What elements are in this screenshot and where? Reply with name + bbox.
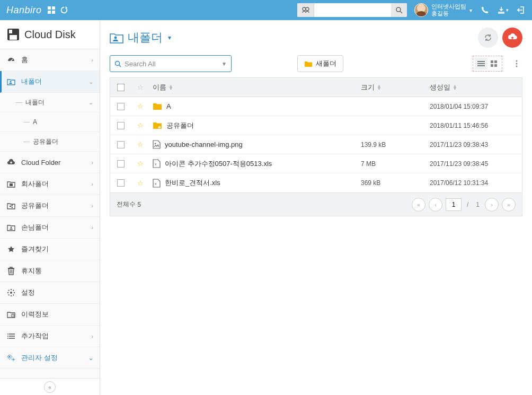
sidebar-sub-share[interactable]: —공유폴더 [0, 132, 100, 152]
star-button[interactable]: ☆ [137, 121, 144, 129]
new-folder-label: 새폴더 [316, 59, 336, 68]
search-input[interactable] [314, 3, 391, 17]
download-icon[interactable]: ▾ [498, 6, 509, 14]
table-row[interactable]: ☆youtube-channel-img.png139.9 kB2017/11/… [110, 135, 522, 154]
table-row[interactable]: ☆공유폴더2018/01/11 15:46:56 [110, 116, 522, 135]
row-checkbox[interactable] [117, 141, 125, 148]
page-last-button[interactable]: » [502, 198, 516, 212]
global-search [297, 3, 407, 17]
apps-grid-icon[interactable] [47, 6, 56, 14]
search-scope-button[interactable] [297, 3, 314, 17]
pager: « ‹ / 1 › » [412, 198, 516, 212]
search-go-button[interactable] [391, 3, 407, 17]
sidebar-item-share[interactable]: 공유폴더 › [0, 195, 100, 217]
sidebar-item-myfolder[interactable]: 내폴더 ⌄ [0, 71, 100, 93]
star-button[interactable]: ☆ [137, 141, 144, 148]
toolbar: Search All ▼ 새폴더 [110, 55, 522, 72]
user-name: 홍길동 [431, 10, 466, 17]
more-menu-button[interactable] [511, 58, 522, 69]
history-icon [6, 311, 16, 318]
page-title[interactable]: 내폴더 ▾ [110, 30, 171, 46]
table-row[interactable]: ☆x한비로_견적서.xls369 kB2017/06/12 10:31:34 [110, 173, 522, 192]
svg-point-28 [7, 336, 8, 337]
svg-rect-0 [48, 6, 51, 10]
file-name: 한비로_견적서.xls [165, 178, 220, 188]
star-button[interactable]: ☆ [137, 160, 144, 168]
star-button[interactable]: ☆ [137, 102, 144, 110]
topbar-app-icons [47, 6, 68, 14]
file-type-icon: x [153, 179, 161, 188]
new-folder-button[interactable]: 새폴더 [297, 55, 343, 72]
sidebar-collapse[interactable]: « [0, 378, 100, 395]
total-label: 전체수 [117, 200, 136, 209]
search-all-dropdown[interactable]: Search All ▼ [110, 55, 232, 72]
chevron-right-icon: › [91, 181, 93, 187]
star-button[interactable]: ☆ [137, 179, 144, 187]
gauge-icon [6, 56, 16, 64]
phone-icon[interactable] [481, 6, 489, 14]
svg-rect-9 [9, 30, 12, 33]
list-view-button[interactable] [475, 58, 487, 69]
row-checkbox[interactable] [117, 103, 125, 110]
sidebar-item-settings[interactable]: 설정 [0, 282, 100, 304]
column-created[interactable]: 생성일▲▼ [427, 83, 522, 92]
column-name[interactable]: 이름▲▼ [149, 83, 358, 92]
sidebar: Cloud Disk 홈 › 내폴더 ⌄ —내폴더 ⌄ —A —공유폴더 [0, 20, 100, 395]
svg-point-6 [396, 7, 401, 12]
sidebar-item-cloudfolder[interactable]: Cloud Folder › [0, 152, 100, 173]
page-input[interactable] [446, 198, 462, 211]
sync-icon[interactable] [60, 6, 68, 14]
topbar: Hanbiro 인터넷사업팀 홍길동 ▾ ▾ [0, 0, 532, 20]
table-row[interactable]: ☆A2018/01/04 15:09:37 [110, 97, 522, 116]
svg-text:x: x [155, 162, 157, 166]
svg-rect-38 [491, 60, 493, 63]
search-all-label: Search All [125, 60, 221, 68]
page-next-button[interactable]: › [485, 198, 499, 212]
view-toggle [473, 56, 502, 72]
row-checkbox[interactable] [117, 160, 125, 168]
row-checkbox[interactable] [117, 179, 125, 187]
table-row[interactable]: ☆x아이콘 추가수정0507-적용0513.xls7 MB2017/11/23 … [110, 154, 522, 173]
file-size: 369 kB [358, 179, 427, 187]
svg-point-45 [158, 126, 161, 129]
sidebar-item-label: 즐겨찾기 [21, 244, 93, 254]
file-type-icon [153, 121, 162, 129]
share-folder-icon [6, 202, 16, 209]
column-size-label: 크기 [361, 83, 375, 92]
sidebar-item-history[interactable]: 이력정보 [0, 304, 100, 326]
total-count: 5 [137, 201, 141, 208]
logout-icon[interactable] [517, 6, 526, 14]
user-team: 인터넷사업팀 [431, 3, 466, 10]
file-created: 2017/11/23 09:38:43 [427, 141, 522, 148]
sidebar-item-label: 손님폴더 [21, 223, 86, 232]
sidebar-sub-myfolder[interactable]: —내폴더 ⌄ [0, 93, 100, 112]
user-info: 인터넷사업팀 홍길동 [431, 3, 466, 17]
upload-button[interactable] [502, 28, 522, 48]
svg-point-30 [8, 356, 10, 357]
select-all-checkbox[interactable] [117, 84, 125, 91]
page-first-button[interactable]: « [412, 198, 425, 212]
page-prev-button[interactable]: ‹ [429, 198, 442, 212]
sidebar-item-label: 관리자 설정 [21, 353, 83, 363]
table-header: ☆ 이름▲▼ 크기▲▼ 생성일▲▼ [110, 78, 522, 97]
sidebar-item-trash[interactable]: 휴지통 [0, 260, 100, 282]
sidebar-item-extra[interactable]: 추가작업 › [0, 326, 100, 347]
sidebar-item-favorites[interactable]: 즐겨찾기 [0, 239, 100, 260]
svg-point-5 [306, 7, 309, 11]
chevron-down-icon: ▾ [469, 7, 472, 13]
grid-view-button[interactable] [487, 58, 500, 69]
svg-rect-39 [494, 60, 497, 63]
column-size[interactable]: 크기▲▼ [358, 83, 427, 92]
svg-text:x: x [155, 182, 157, 186]
user-menu[interactable]: 인터넷사업팀 홍길동 ▾ [414, 3, 472, 17]
page-sep: / [467, 201, 468, 208]
svg-rect-14 [10, 183, 13, 186]
sidebar-item-guest[interactable]: 손님폴더 › [0, 217, 100, 239]
star-header-icon[interactable]: ☆ [137, 83, 144, 91]
sidebar-item-admin[interactable]: 관리자 설정 ⌄ [0, 347, 100, 369]
sidebar-item-company[interactable]: 회사폴더 › [0, 173, 100, 195]
sidebar-item-home[interactable]: 홈 › [0, 49, 100, 71]
sidebar-sub-a[interactable]: —A [0, 112, 100, 132]
refresh-button[interactable] [478, 28, 498, 48]
row-checkbox[interactable] [117, 122, 125, 129]
